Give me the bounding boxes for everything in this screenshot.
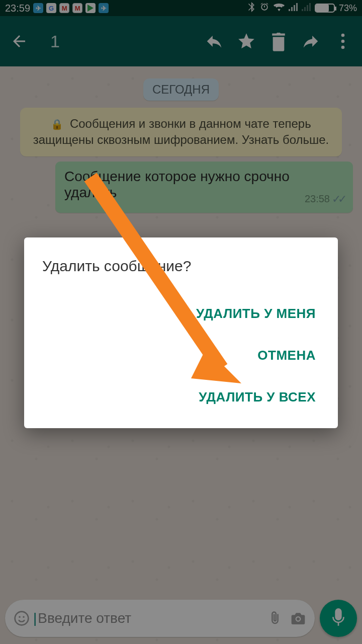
delete-for-all-button[interactable]: УДАЛИТЬ У ВСЕХ [195,376,320,418]
dialog-title: Удалить сообщение? [42,258,320,275]
delete-dialog: Удалить сообщение? УДАЛИТЬ У МЕНЯ ОТМЕНА… [24,237,338,428]
cancel-button[interactable]: ОТМЕНА [253,335,320,376]
delete-for-me-button[interactable]: УДАЛИТЬ У МЕНЯ [192,293,320,335]
